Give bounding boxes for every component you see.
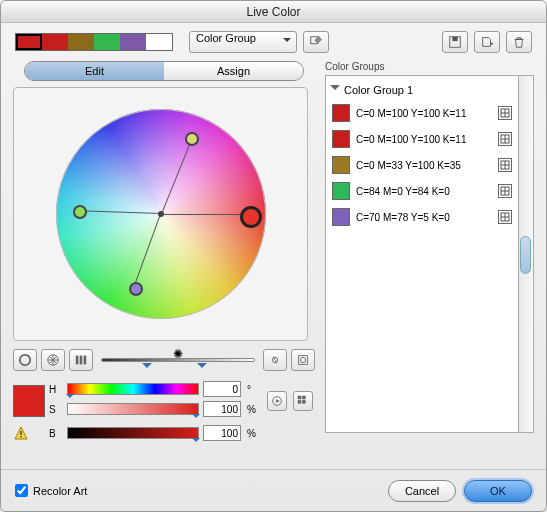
swatch-name: C=0 M=33 Y=100 K=35 — [356, 160, 492, 171]
locate-swatch-icon[interactable] — [498, 106, 512, 120]
color-group-name: Color Group 1 — [344, 84, 413, 96]
svg-rect-15 — [20, 431, 21, 435]
svg-rect-5 — [76, 356, 79, 365]
recolor-art-checkbox-input[interactable] — [15, 484, 28, 497]
disclosure-triangle-icon[interactable] — [330, 85, 340, 95]
color-groups-scrollbar[interactable] — [519, 75, 534, 433]
save-group-icon[interactable] — [442, 31, 468, 53]
color-wheel[interactable] — [56, 109, 266, 319]
color-group-item[interactable]: C=0 M=33 Y=100 K=35 — [330, 152, 514, 178]
swatch-name: C=0 M=100 Y=100 K=11 — [356, 134, 492, 145]
locate-swatch-icon[interactable] — [498, 210, 512, 224]
color-groups-label: Color Groups — [325, 61, 534, 72]
swatch-name: C=84 M=0 Y=84 K=0 — [356, 186, 492, 197]
swatch-icon — [332, 208, 350, 226]
hsb-sliders: H ° S % B % — [13, 381, 315, 441]
swatch-2[interactable] — [68, 34, 94, 50]
ok-button[interactable]: OK — [464, 480, 532, 502]
svg-rect-12 — [302, 396, 306, 400]
cancel-button[interactable]: Cancel — [388, 480, 456, 502]
svg-rect-7 — [84, 356, 87, 365]
hue-input[interactable] — [203, 381, 241, 397]
svg-point-9 — [300, 357, 305, 362]
swatch-icon — [332, 182, 350, 200]
pct-unit: % — [247, 428, 263, 439]
swatch-name: C=70 M=78 Y=5 K=0 — [356, 212, 492, 223]
right-panel: Color Groups Color Group 1 C=0 M=100 Y=1… — [325, 61, 534, 441]
s-label: S — [49, 404, 63, 415]
harmony-line — [161, 138, 193, 214]
color-wheel-area — [13, 87, 308, 341]
brightness-input[interactable] — [203, 425, 241, 441]
svg-rect-11 — [298, 396, 302, 400]
link-harmony-icon[interactable] — [263, 349, 287, 371]
pct-unit: % — [247, 404, 263, 415]
edit-swatch-icon[interactable] — [303, 31, 329, 53]
wheel-center — [158, 211, 164, 217]
color-group-item[interactable]: C=84 M=0 Y=84 K=0 — [330, 178, 514, 204]
svg-rect-6 — [80, 356, 83, 365]
swatches-panel-icon[interactable] — [293, 391, 313, 411]
left-panel: Edit Assign — [13, 61, 315, 441]
out-of-gamut-warning-icon — [13, 425, 29, 441]
color-group-item[interactable]: C=70 M=78 Y=5 K=0 — [330, 204, 514, 230]
b-label: B — [49, 428, 63, 439]
live-color-dialog: Live Color Color Group Edit Assign — [0, 0, 547, 512]
color-group-item[interactable]: C=0 M=100 Y=100 K=11 — [330, 100, 514, 126]
locate-swatch-icon[interactable] — [498, 184, 512, 198]
color-group-item[interactable]: C=0 M=100 Y=100 K=11 — [330, 126, 514, 152]
saturation-slider[interactable] — [67, 403, 199, 415]
locate-swatch-icon[interactable] — [498, 158, 512, 172]
locate-swatch-icon[interactable] — [498, 132, 512, 146]
brightness-icon: ✺ — [173, 347, 183, 361]
swatch-0[interactable] — [16, 34, 42, 50]
swatch-4[interactable] — [120, 34, 146, 50]
color-node[interactable] — [129, 282, 143, 296]
saturation-input[interactable] — [203, 401, 241, 417]
swatch-3[interactable] — [94, 34, 120, 50]
color-group-name-field[interactable]: Color Group — [189, 31, 297, 53]
degree-unit: ° — [247, 384, 263, 395]
dialog-footer: Recolor Art Cancel OK — [1, 469, 546, 511]
swatch-1[interactable] — [42, 34, 68, 50]
color-group-header[interactable]: Color Group 1 — [330, 80, 514, 100]
h-label: H — [49, 384, 63, 395]
current-color-swatch[interactable] — [13, 385, 45, 417]
color-groups-list: Color Group 1 C=0 M=100 Y=100 K=11C=0 M=… — [325, 75, 519, 433]
svg-point-3 — [20, 355, 31, 366]
add-color-icon[interactable] — [291, 349, 315, 371]
active-colors-strip[interactable] — [15, 33, 173, 51]
tab-edit[interactable]: Edit — [25, 62, 164, 80]
recolor-art-label: Recolor Art — [33, 485, 87, 497]
swatch-name: C=0 M=100 Y=100 K=11 — [356, 108, 492, 119]
color-bars-icon[interactable] — [69, 349, 93, 371]
harmony-line — [79, 210, 161, 214]
swatch-5[interactable] — [146, 34, 172, 50]
smooth-wheel-icon[interactable] — [13, 349, 37, 371]
delete-group-icon[interactable] — [506, 31, 532, 53]
recolor-art-checkbox[interactable]: Recolor Art — [15, 484, 87, 497]
swatch-icon — [332, 156, 350, 174]
wheel-tools: ✺ — [13, 347, 315, 373]
svg-rect-13 — [298, 400, 302, 404]
color-mode-flyout-icon[interactable] — [267, 391, 287, 411]
svg-rect-16 — [20, 436, 21, 437]
edit-assign-tabs[interactable]: Edit Assign — [24, 61, 304, 81]
svg-rect-2 — [452, 37, 457, 41]
hue-slider[interactable] — [67, 383, 199, 395]
swatch-icon — [332, 130, 350, 148]
harmony-line — [133, 214, 161, 288]
segmented-wheel-icon[interactable] — [41, 349, 65, 371]
scrollbar-thumb[interactable] — [520, 236, 531, 274]
tab-assign[interactable]: Assign — [164, 62, 303, 80]
brightness-value-slider[interactable] — [67, 427, 199, 439]
top-toolbar: Color Group — [1, 23, 546, 57]
swatch-icon — [332, 104, 350, 122]
dialog-title: Live Color — [1, 1, 546, 23]
color-node-base[interactable] — [240, 206, 262, 228]
new-group-icon[interactable] — [474, 31, 500, 53]
svg-rect-14 — [302, 400, 306, 404]
color-node[interactable] — [73, 205, 87, 219]
brightness-slider[interactable]: ✺ — [97, 349, 259, 371]
color-node[interactable] — [185, 132, 199, 146]
